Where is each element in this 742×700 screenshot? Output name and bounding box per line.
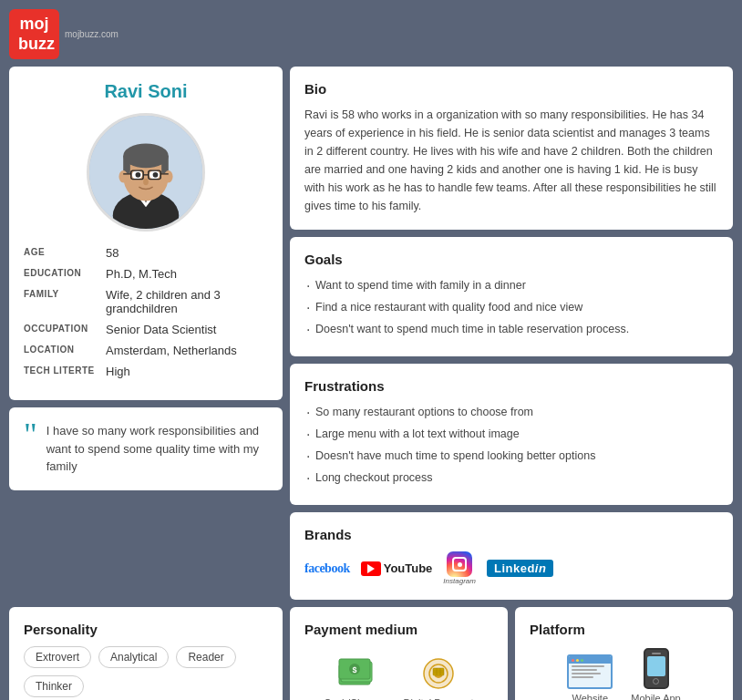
education-value: Ph.D, M.Tech bbox=[106, 267, 268, 281]
profile-name: Ravi Soni bbox=[104, 81, 187, 102]
age-value: 58 bbox=[106, 246, 268, 260]
bio-card: Bio Ravi is 58 who works in a organizati… bbox=[290, 67, 733, 230]
education-label: EDUCATION bbox=[24, 267, 106, 278]
location-label: LOCATION bbox=[24, 344, 106, 355]
occupation-value: Senior Data Scientist bbox=[106, 323, 268, 336]
instagram-label: Instagram bbox=[443, 577, 476, 585]
logo-line2: buzz bbox=[18, 35, 55, 53]
family-label: FAMILY bbox=[24, 288, 106, 299]
svg-rect-6 bbox=[123, 156, 130, 173]
info-row-location: LOCATION Amsterdam, Netherlands bbox=[24, 344, 268, 357]
svg-point-9 bbox=[164, 170, 173, 182]
platform-icons-row: Website Mobile App bbox=[530, 648, 718, 700]
website-line-2 bbox=[572, 669, 597, 671]
personality-title: Personality bbox=[24, 622, 268, 637]
platform-item-mobile: Mobile App bbox=[631, 648, 680, 700]
facebook-brand: facebook bbox=[304, 561, 350, 576]
left-column: Ravi Soni bbox=[9, 67, 283, 600]
info-row-family: FAMILY Wife, 2 children and 3 grandchild… bbox=[24, 288, 268, 315]
top-bar: moj buzz mojbuzz.com bbox=[9, 9, 733, 59]
dot-green-icon bbox=[581, 659, 583, 662]
frustration-item-1: So many restaurant options to choose fro… bbox=[304, 403, 718, 421]
platform-title: Platform bbox=[530, 622, 718, 637]
tag-extrovert: Extrovert bbox=[24, 646, 91, 668]
svg-point-19 bbox=[143, 179, 149, 186]
location-value: Amsterdam, Netherlands bbox=[106, 344, 268, 357]
info-row-education: EDUCATION Ph.D, M.Tech bbox=[24, 267, 268, 281]
logo: moj buzz bbox=[9, 9, 59, 59]
svg-point-12 bbox=[136, 172, 141, 178]
brands-row: facebook YouTube Instagram bbox=[304, 551, 718, 585]
quote-card: " I have so many work responsibilities a… bbox=[9, 407, 283, 490]
bottom-row: Personality Extrovert Analytical Reader … bbox=[9, 607, 733, 700]
goals-list: Want to spend time with family in a dinn… bbox=[304, 276, 718, 338]
linkedin-brand: Linkedin bbox=[487, 560, 553, 577]
quote-mark-icon: " bbox=[24, 418, 37, 451]
instagram-brand: Instagram bbox=[443, 551, 476, 585]
payment-icons-row: $ Cash/Cheque bbox=[304, 648, 493, 700]
youtube-text: YouTube bbox=[384, 561, 433, 575]
info-row-occupation: OCCUPATION Senior Data Scientist bbox=[24, 323, 268, 336]
mobile-label: Mobile App bbox=[631, 693, 680, 700]
personality-card: Personality Extrovert Analytical Reader … bbox=[9, 607, 283, 700]
goal-item-1: Want to spend time with family in a dinn… bbox=[304, 276, 718, 294]
frustrations-title: Frustrations bbox=[304, 378, 718, 394]
occupation-label: OCCUPATION bbox=[24, 323, 106, 334]
website-line-3 bbox=[572, 673, 601, 674]
info-row-age: AGE 58 bbox=[24, 246, 268, 260]
frustration-item-4: Long checkout process bbox=[304, 468, 718, 487]
tag-reader: Reader bbox=[176, 646, 235, 668]
platform-card: Platform Website bbox=[515, 607, 733, 700]
profile-card: Ravi Soni bbox=[9, 67, 283, 400]
main-grid: Ravi Soni bbox=[9, 67, 733, 600]
mobile-screen bbox=[647, 656, 665, 676]
mobile-icon bbox=[644, 648, 669, 689]
svg-point-8 bbox=[119, 170, 128, 182]
bio-title: Bio bbox=[304, 81, 718, 97]
website-line-1 bbox=[572, 665, 604, 667]
goal-item-2: Find a nice restaurant with quality food… bbox=[304, 298, 718, 316]
goal-item-3: Doesn't want to spend much time in table… bbox=[304, 320, 718, 338]
info-row-tech: TECH LITERTE High bbox=[24, 365, 268, 378]
goals-title: Goals bbox=[304, 252, 718, 267]
frustrations-list: So many restaurant options to choose fro… bbox=[304, 403, 718, 487]
youtube-play-icon bbox=[367, 564, 375, 573]
website-label: Website bbox=[572, 693, 609, 700]
brands-card: Brands facebook YouTube bbox=[290, 512, 733, 600]
svg-text:$: $ bbox=[352, 665, 356, 674]
right-column: Bio Ravi is 58 who works in a organizati… bbox=[290, 67, 733, 600]
brands-title: Brands bbox=[304, 527, 718, 542]
svg-point-13 bbox=[153, 172, 159, 178]
personality-tags: Extrovert Analytical Reader Thinker bbox=[24, 646, 268, 697]
svg-rect-7 bbox=[161, 156, 169, 173]
tech-value: High bbox=[106, 365, 268, 378]
goals-card: Goals Want to spend time with family in … bbox=[290, 237, 733, 356]
frustration-item-3: Doesn't have much time to spend looking … bbox=[304, 447, 718, 465]
frustrations-card: Frustrations So many restaurant options … bbox=[290, 364, 733, 505]
linkedin-in: in bbox=[535, 561, 547, 575]
logo-subtitle: mojbuzz.com bbox=[65, 29, 119, 39]
website-icon bbox=[567, 654, 613, 689]
avatar bbox=[87, 113, 205, 232]
instagram-icon bbox=[447, 551, 472, 577]
bio-text: Ravi is 58 who works in a organization w… bbox=[304, 106, 718, 215]
tech-label: TECH LITERTE bbox=[24, 365, 106, 376]
logo-line1: moj bbox=[19, 15, 48, 33]
platform-item-website: Website bbox=[567, 654, 613, 700]
instagram-frame bbox=[452, 557, 467, 571]
cash-icon: $ bbox=[335, 648, 374, 694]
quote-text: I have so many work responsibilities and… bbox=[46, 422, 268, 476]
payment-card: Payment medium $ Cash/Cheque bbox=[290, 607, 508, 700]
payment-item-digital: Digital Payment bbox=[404, 648, 474, 700]
digital-payment-icon bbox=[419, 648, 458, 694]
tag-analytical: Analytical bbox=[98, 646, 169, 668]
mobile-home-button-icon bbox=[653, 678, 659, 685]
website-body bbox=[569, 664, 611, 680]
youtube-icon bbox=[361, 561, 381, 576]
tag-thinker: Thinker bbox=[24, 675, 84, 697]
age-label: AGE bbox=[24, 246, 106, 257]
youtube-brand: YouTube bbox=[361, 561, 433, 576]
payment-title: Payment medium bbox=[304, 622, 493, 637]
website-header-bar bbox=[569, 656, 611, 664]
frustration-item-2: Large menu with a lot text without image bbox=[304, 425, 718, 443]
